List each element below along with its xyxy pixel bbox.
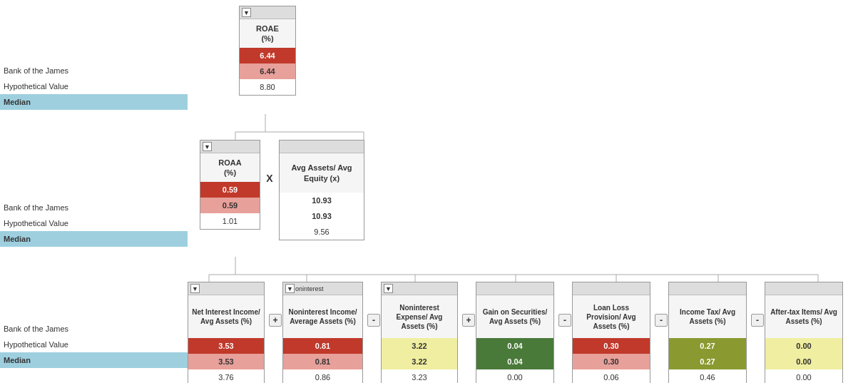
after-tax-header bbox=[765, 282, 842, 295]
hyp-label-0: Hypothetical Value bbox=[0, 78, 188, 94]
minus-operator-2[interactable]: - bbox=[558, 314, 571, 327]
roae-node: ▼ ROAE (%) 6.44 6.44 8.80 bbox=[239, 6, 296, 96]
median-label-0: Median bbox=[0, 94, 188, 110]
roae-collapse-icon[interactable]: ▼ bbox=[242, 8, 251, 17]
net-interest-bank-value: 3.53 bbox=[188, 338, 264, 354]
noninterest-income-hyp-value: 0.81 bbox=[283, 354, 362, 369]
noninterest-income-header: ▼ oninterest bbox=[283, 282, 362, 295]
loan-loss-title: Loan Loss Provision/ Avg Assets (%) bbox=[573, 295, 650, 338]
minus-operator-4[interactable]: - bbox=[751, 314, 764, 327]
roaa-collapse-icon[interactable]: ▼ bbox=[203, 142, 212, 151]
noninterest-income-header-text: oninterest bbox=[295, 285, 324, 292]
after-tax-hyp-value: 0.00 bbox=[765, 354, 842, 369]
net-interest-collapse-icon[interactable]: ▼ bbox=[190, 284, 200, 293]
avg-assets-equity-hyp-value: 10.93 bbox=[280, 208, 364, 224]
labels-level1: Bank of the James Hypothetical Value Med… bbox=[0, 200, 188, 247]
roaa-median-value: 1.01 bbox=[200, 213, 260, 229]
gain-securities-median-value: 0.00 bbox=[476, 369, 553, 383]
loan-loss-node: Loan Loss Provision/ Avg Assets (%) 0.30… bbox=[572, 282, 650, 383]
noninterest-expense-bank-value: 3.22 bbox=[382, 338, 457, 354]
avg-assets-equity-node: Avg Assets/ Avg Equity (x) 10.93 10.93 9… bbox=[279, 140, 364, 240]
gain-securities-hyp-value: 0.04 bbox=[476, 354, 553, 369]
minus-operator-3[interactable]: - bbox=[655, 314, 668, 327]
noninterest-income-collapse-icon[interactable]: ▼ bbox=[285, 284, 295, 293]
noninterest-expense-node: ▼ Noninterest Expense/ Avg Assets (%) 3.… bbox=[381, 282, 458, 383]
avg-assets-equity-median-value: 9.56 bbox=[280, 224, 364, 240]
bank-label-0: Bank of the James bbox=[0, 63, 188, 78]
income-tax-bank-value: 0.27 bbox=[669, 338, 746, 354]
income-tax-title: Income Tax/ Avg Assets (%) bbox=[669, 295, 746, 338]
labels-level2: Bank of the James Hypothetical Value Med… bbox=[0, 321, 188, 368]
noninterest-income-median-value: 0.86 bbox=[283, 369, 362, 383]
roaa-hyp-value: 0.59 bbox=[200, 198, 260, 213]
gain-securities-header bbox=[476, 282, 553, 295]
gain-securities-node: Gain on Securities/ Avg Assets (%) 0.04 … bbox=[476, 282, 554, 383]
page: Bank of the James Hypothetical Value Med… bbox=[0, 0, 868, 383]
noninterest-expense-hyp-value: 3.22 bbox=[382, 354, 457, 369]
roaa-node: ▼ ROAA (%) 0.59 0.59 1.01 bbox=[200, 140, 260, 230]
hyp-label-1: Hypothetical Value bbox=[0, 215, 188, 231]
hyp-label-2: Hypothetical Value bbox=[0, 337, 188, 352]
income-tax-hyp-value: 0.27 bbox=[669, 354, 746, 369]
roaa-bank-value: 0.59 bbox=[200, 182, 260, 198]
income-tax-header bbox=[669, 282, 746, 295]
noninterest-expense-title: Noninterest Expense/ Avg Assets (%) bbox=[382, 295, 457, 338]
noninterest-expense-collapse-icon[interactable]: ▼ bbox=[384, 284, 393, 293]
noninterest-income-bank-value: 0.81 bbox=[283, 338, 362, 354]
multiply-operator: X bbox=[262, 173, 277, 184]
avg-assets-equity-title: Avg Assets/ Avg Equity (x) bbox=[280, 153, 364, 193]
net-interest-median-value: 3.76 bbox=[188, 369, 264, 383]
noninterest-expense-header: ▼ bbox=[382, 282, 457, 295]
income-tax-node: Income Tax/ Avg Assets (%) 0.27 0.27 0.4… bbox=[668, 282, 747, 383]
roae-median-value: 8.80 bbox=[240, 79, 295, 95]
minus-operator-1[interactable]: - bbox=[367, 314, 380, 327]
median-label-1: Median bbox=[0, 231, 188, 247]
loan-loss-bank-value: 0.30 bbox=[573, 338, 650, 354]
gain-securities-bank-value: 0.04 bbox=[476, 338, 553, 354]
avg-assets-equity-bank-value: 10.93 bbox=[280, 193, 364, 208]
labels-level0: Bank of the James Hypothetical Value Med… bbox=[0, 63, 188, 110]
loan-loss-header bbox=[573, 282, 650, 295]
plus-operator-1[interactable]: + bbox=[269, 314, 282, 327]
noninterest-income-node: ▼ oninterest Noninterest Income/ Average… bbox=[282, 282, 363, 383]
net-interest-hyp-value: 3.53 bbox=[188, 354, 264, 369]
roaa-header: ▼ bbox=[200, 141, 260, 153]
gain-securities-title: Gain on Securities/ Avg Assets (%) bbox=[476, 295, 553, 338]
after-tax-median-value: 0.00 bbox=[765, 369, 842, 383]
bank-label-1: Bank of the James bbox=[0, 200, 188, 215]
loan-loss-hyp-value: 0.30 bbox=[573, 354, 650, 369]
after-tax-node: After-tax Items/ Avg Assets (%) 0.00 0.0… bbox=[765, 282, 843, 383]
noninterest-expense-median-value: 3.23 bbox=[382, 369, 457, 383]
roae-header: ▼ bbox=[240, 6, 295, 19]
income-tax-median-value: 0.46 bbox=[669, 369, 746, 383]
roaa-title: ROAA (%) bbox=[200, 153, 260, 182]
bank-label-2: Bank of the James bbox=[0, 321, 188, 337]
roae-title: ROAE (%) bbox=[240, 19, 295, 48]
plus-operator-2[interactable]: + bbox=[462, 314, 475, 327]
after-tax-title: After-tax Items/ Avg Assets (%) bbox=[765, 295, 842, 338]
roae-hyp-value: 6.44 bbox=[240, 63, 295, 79]
after-tax-bank-value: 0.00 bbox=[765, 338, 842, 354]
avg-assets-equity-header bbox=[280, 141, 364, 153]
median-label-2: Median bbox=[0, 352, 188, 368]
net-interest-node: ▼ Net Interest Income/ Avg Assets (%) 3.… bbox=[188, 282, 265, 383]
net-interest-header: ▼ bbox=[188, 282, 264, 295]
loan-loss-median-value: 0.06 bbox=[573, 369, 650, 383]
roae-bank-value: 6.44 bbox=[240, 48, 295, 63]
noninterest-income-title: Noninterest Income/ Average Assets (%) bbox=[283, 295, 362, 338]
net-interest-title: Net Interest Income/ Avg Assets (%) bbox=[188, 295, 264, 338]
